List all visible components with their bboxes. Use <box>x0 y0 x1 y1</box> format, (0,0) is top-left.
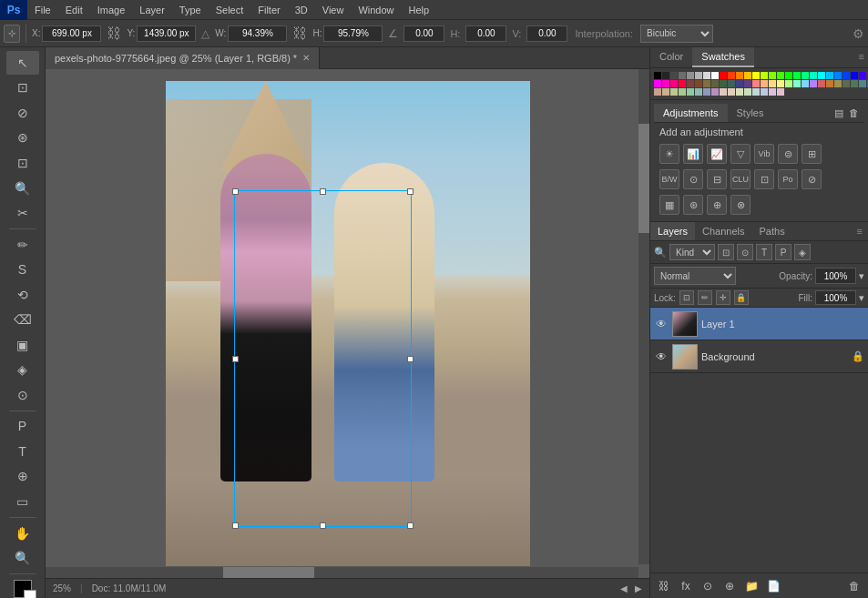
tab-styles[interactable]: Styles <box>728 104 773 122</box>
layer-item-layer1[interactable]: 👁 Layer 1 <box>650 308 868 340</box>
menu-filter[interactable]: Filter <box>250 3 287 17</box>
color-swatch[interactable] <box>744 72 751 79</box>
color-swatch[interactable] <box>761 88 768 96</box>
color-swatch[interactable] <box>670 88 678 96</box>
adj-selective-color[interactable]: ⊛ <box>683 195 703 215</box>
color-panel-menu[interactable]: ≡ <box>855 47 868 67</box>
color-swatch[interactable] <box>711 80 719 87</box>
color-swatch[interactable] <box>687 72 694 79</box>
color-swatch[interactable] <box>826 72 833 79</box>
color-swatch[interactable] <box>695 80 702 87</box>
delete-layer-btn[interactable]: 🗑 <box>846 578 863 594</box>
menu-image[interactable]: Image <box>90 3 133 17</box>
h-skew-input[interactable] <box>465 25 506 42</box>
fill-dropdown-icon[interactable]: ▾ <box>859 292 864 304</box>
color-swatch[interactable] <box>802 80 809 87</box>
filter-smart-obj-icon[interactable]: ◈ <box>794 244 811 260</box>
color-swatch[interactable] <box>744 80 751 87</box>
shape-tool[interactable]: ▭ <box>6 490 39 513</box>
blend-mode-select[interactable]: Normal Multiply Screen Overlay <box>654 267 736 285</box>
pen-tool[interactable]: P <box>6 415 39 439</box>
color-swatch[interactable] <box>679 80 686 87</box>
color-swatch[interactable] <box>793 80 801 87</box>
color-swatch[interactable] <box>703 72 710 79</box>
color-swatch[interactable] <box>670 72 678 79</box>
brush-tool[interactable]: ✏ <box>6 233 39 257</box>
color-swatch[interactable] <box>695 72 702 79</box>
layers-panel-menu[interactable]: ≡ <box>852 224 868 238</box>
quick-select-tool[interactable]: ⊛ <box>6 127 39 150</box>
color-swatch[interactable] <box>736 72 743 79</box>
x-input[interactable] <box>42 25 101 42</box>
type-tool[interactable]: T <box>6 440 39 463</box>
tab-layers[interactable]: Layers <box>650 222 695 240</box>
foreground-color[interactable] <box>14 580 32 598</box>
adj-exposure[interactable]: ▽ <box>730 144 751 164</box>
adj-extra2[interactable]: ⊗ <box>730 195 751 215</box>
h-input[interactable] <box>323 25 383 42</box>
color-swatch[interactable] <box>662 80 669 87</box>
vertical-scrollbar[interactable] <box>638 69 649 564</box>
tab-close-btn[interactable]: ✕ <box>302 53 310 63</box>
color-swatch[interactable] <box>818 80 825 87</box>
color-swatch[interactable] <box>769 72 776 79</box>
prev-frame-btn[interactable]: ◀ <box>620 583 628 593</box>
filter-adj-icon[interactable]: ⊙ <box>737 244 753 260</box>
color-swatch[interactable] <box>834 72 842 79</box>
dodge-tool[interactable]: ⊙ <box>6 383 39 407</box>
filter-shape-icon[interactable]: P <box>775 244 791 260</box>
new-fill-adj-btn[interactable]: ⊕ <box>721 578 738 594</box>
menu-layer[interactable]: Layer <box>132 3 172 17</box>
new-group-btn[interactable]: 📁 <box>743 578 760 594</box>
reference-point-btn[interactable]: ⊹ <box>4 25 20 43</box>
adj-brightness-contrast[interactable]: ☀ <box>659 144 679 164</box>
horizontal-scrollbar-thumb[interactable] <box>223 567 314 578</box>
layer-visibility-background[interactable]: 👁 <box>654 350 669 364</box>
color-swatch[interactable] <box>793 72 801 79</box>
interpolation-select[interactable]: Bicubic Bilinear Nearest Neighbor <box>640 25 713 43</box>
color-swatch[interactable] <box>777 88 784 96</box>
color-swatch[interactable] <box>695 88 702 96</box>
adj-posterize[interactable]: Po <box>778 169 798 189</box>
color-swatch[interactable] <box>654 72 661 79</box>
color-swatch[interactable] <box>859 72 866 79</box>
tab-channels[interactable]: Channels <box>695 222 751 240</box>
hand-tool[interactable]: ✋ <box>6 522 39 545</box>
adj-gradient-map[interactable]: ▦ <box>659 195 679 215</box>
add-mask-btn[interactable]: ⊙ <box>700 578 716 594</box>
color-swatch[interactable] <box>728 88 735 96</box>
color-swatch[interactable] <box>818 72 825 79</box>
lock-all-btn[interactable]: 🔒 <box>734 290 749 305</box>
color-swatch[interactable] <box>720 88 727 96</box>
new-layer-btn[interactable]: 📄 <box>765 578 781 594</box>
color-swatch[interactable] <box>851 80 858 87</box>
color-swatch[interactable] <box>769 88 776 96</box>
w-input[interactable] <box>228 25 287 42</box>
lock-transparency-btn[interactable]: ⊡ <box>679 290 694 305</box>
color-swatch[interactable] <box>662 72 669 79</box>
gradient-tool[interactable]: ▣ <box>6 333 39 357</box>
color-swatch[interactable] <box>703 88 710 96</box>
color-swatch[interactable] <box>785 72 792 79</box>
color-swatch[interactable] <box>654 80 661 87</box>
adj-extra1[interactable]: ⊕ <box>707 195 727 215</box>
adj-curves[interactable]: 📈 <box>707 144 727 164</box>
adj-vibrance[interactable]: Vib <box>754 144 774 164</box>
color-swatch[interactable] <box>810 72 817 79</box>
layer-item-background[interactable]: 👁 Background 🔒 <box>650 340 868 373</box>
color-swatch[interactable] <box>728 72 735 79</box>
menu-type[interactable]: Type <box>172 3 209 17</box>
angle-input[interactable] <box>403 25 444 42</box>
background-color[interactable] <box>24 590 36 598</box>
history-brush-tool[interactable]: ⟲ <box>6 283 39 307</box>
color-swatch[interactable] <box>777 72 784 79</box>
adj-channel-mixer[interactable]: ⊟ <box>707 169 727 189</box>
color-swatch[interactable] <box>851 72 858 79</box>
opacity-dropdown-icon[interactable]: ▾ <box>859 270 864 282</box>
filter-type-icon[interactable]: T <box>756 244 772 260</box>
menu-file[interactable]: File <box>27 3 58 17</box>
horizontal-scrollbar[interactable] <box>46 567 638 578</box>
adj-color-lookup[interactable]: CLU <box>730 169 751 189</box>
path-select-tool[interactable]: ⊕ <box>6 465 39 489</box>
layer-visibility-layer1[interactable]: 👁 <box>654 317 669 331</box>
